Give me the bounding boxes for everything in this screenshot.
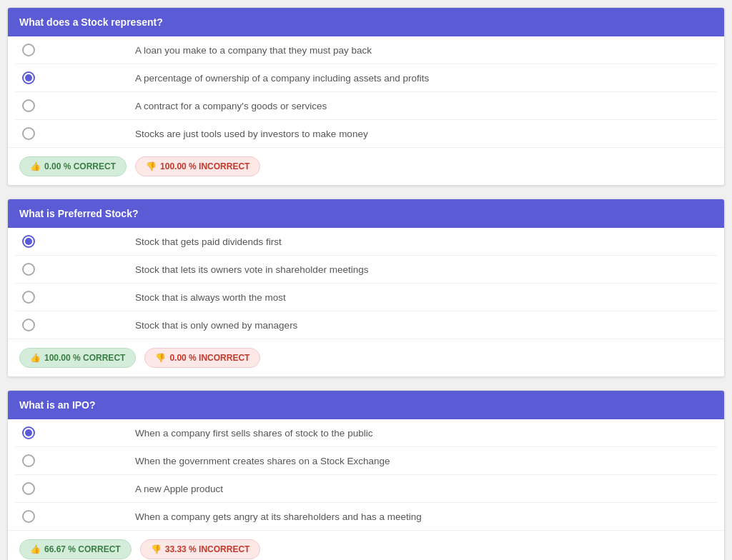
options-list-2: Stock that gets paid dividends firstStoc… [8,228,724,339]
radio-3-1[interactable] [22,426,35,439]
option-text-3-2: When the government creates shares on a … [135,456,390,466]
option-text-2-4: Stock that is only owned by managers [135,320,297,331]
radio-3-4[interactable] [22,510,35,523]
radio-3-2[interactable] [22,454,35,467]
radio-2-2[interactable] [22,263,35,276]
option-row-3-2[interactable]: When the government creates shares on a … [15,447,717,475]
question-block-3: What is an IPO?When a company first sell… [7,390,725,560]
option-text-3-4: When a company gets angry at its shareho… [135,511,422,522]
stats-row-1: 👍0.00 % CORRECT👎100.00 % INCORRECT [8,147,724,185]
option-row-3-1[interactable]: When a company first sells shares of sto… [15,419,717,447]
thumbs-down-icon: 👎 [155,353,166,363]
radio-2-3[interactable] [22,291,35,304]
incorrect-badge-2: 👎0.00 % INCORRECT [144,348,260,368]
option-row-1-1[interactable]: A loan you make to a company that they m… [15,36,717,64]
incorrect-label-2: 0.00 % INCORRECT [169,353,249,363]
question-header-3: What is an IPO? [8,391,724,419]
option-row-1-2[interactable]: A percentage of ownership of a company i… [15,64,717,92]
radio-1-2[interactable] [22,71,35,84]
option-row-2-4[interactable]: Stock that is only owned by managers [15,311,717,339]
option-row-3-3[interactable]: A new Apple product [15,475,717,503]
option-row-1-3[interactable]: A contract for a company's goods or serv… [15,92,717,120]
thumbs-up-icon: 👍 [30,161,41,171]
option-text-1-2: A percentage of ownership of a company i… [135,73,429,84]
thumbs-up-icon: 👍 [30,353,41,363]
stats-row-3: 👍66.67 % CORRECT👎33.33 % INCORRECT [8,530,724,560]
radio-1-4[interactable] [22,127,35,140]
options-list-3: When a company first sells shares of sto… [8,419,724,530]
option-text-3-1: When a company first sells shares of sto… [135,428,372,439]
options-list-1: A loan you make to a company that they m… [8,36,724,147]
thumbs-down-icon: 👎 [151,544,162,554]
option-text-2-3: Stock that is always worth the most [135,292,286,303]
radio-3-3[interactable] [22,482,35,495]
radio-2-1[interactable] [22,235,35,248]
incorrect-badge-3: 👎33.33 % INCORRECT [140,539,261,559]
correct-badge-1: 👍0.00 % CORRECT [19,156,127,176]
option-row-2-3[interactable]: Stock that is always worth the most [15,284,717,311]
correct-badge-2: 👍100.00 % CORRECT [19,348,136,368]
question-block-1: What does a Stock represent?A loan you m… [7,7,725,186]
stats-row-2: 👍100.00 % CORRECT👎0.00 % INCORRECT [8,339,724,376]
question-header-1: What does a Stock represent? [8,8,724,36]
option-row-2-1[interactable]: Stock that gets paid dividends first [15,228,717,256]
incorrect-label-3: 33.33 % INCORRECT [165,544,250,554]
incorrect-badge-1: 👎100.00 % INCORRECT [135,156,260,176]
option-text-3-3: A new Apple product [135,484,223,494]
thumbs-up-icon: 👍 [30,544,41,554]
correct-label-1: 0.00 % CORRECT [44,161,116,171]
question-block-2: What is Preferred Stock?Stock that gets … [7,199,725,377]
option-text-1-4: Stocks are just tools used by investors … [135,129,368,139]
radio-1-3[interactable] [22,99,35,112]
option-text-1-1: A loan you make to a company that they m… [135,45,372,56]
option-text-1-3: A contract for a company's goods or serv… [135,101,327,111]
thumbs-down-icon: 👎 [146,161,157,171]
correct-label-3: 66.67 % CORRECT [44,544,121,554]
option-text-2-1: Stock that gets paid dividends first [135,236,282,247]
incorrect-label-1: 100.00 % INCORRECT [160,161,249,171]
correct-label-2: 100.00 % CORRECT [44,353,125,363]
option-text-2-2: Stock that lets its owners vote in share… [135,264,368,275]
correct-badge-3: 👍66.67 % CORRECT [19,539,132,559]
radio-1-1[interactable] [22,44,35,56]
question-header-2: What is Preferred Stock? [8,199,724,228]
radio-2-4[interactable] [22,319,35,331]
option-row-2-2[interactable]: Stock that lets its owners vote in share… [15,256,717,284]
option-row-3-4[interactable]: When a company gets angry at its shareho… [15,503,717,530]
option-row-1-4[interactable]: Stocks are just tools used by investors … [15,120,717,147]
